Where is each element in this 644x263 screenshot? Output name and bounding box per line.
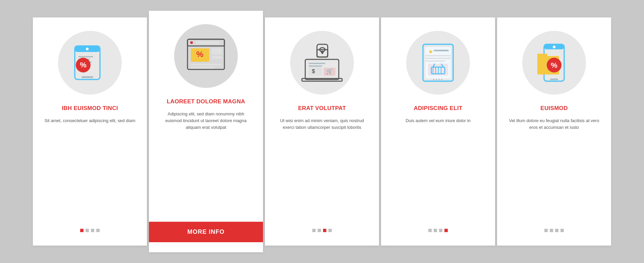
- svg-rect-50: [537, 54, 547, 58]
- dot-1-4: [96, 229, 100, 232]
- svg-rect-36: [425, 55, 451, 56]
- dot-3-2: [318, 229, 321, 232]
- dot-1-2: [86, 229, 89, 232]
- card-5-dots: [544, 229, 564, 232]
- laptop-shield-icon: $ 🛒: [300, 41, 344, 85]
- svg-point-48: [553, 46, 555, 48]
- dot-5-4: [560, 229, 564, 232]
- svg-rect-3: [78, 56, 93, 57]
- card-4-icon-circle: ★: [406, 31, 470, 95]
- card-5-description: Vel illum dolore eu feugiat nulla facili…: [507, 117, 601, 219]
- dot-4-2: [434, 229, 437, 232]
- dot-3-4: [328, 229, 332, 232]
- card-2-icon-circle: %: [174, 24, 238, 88]
- more-info-button[interactable]: MORE INFO: [149, 222, 263, 242]
- svg-text:%: %: [80, 61, 87, 69]
- card-3: $ 🛒 ERAT VOLUTPAT Ut wisi enim ad minim …: [265, 17, 379, 246]
- svg-rect-31: [322, 52, 323, 54]
- svg-rect-8: [82, 76, 93, 78]
- card-3-description: Ut wisi enim ad minim veniam, quis nostr…: [275, 117, 369, 219]
- card-2-description: Adipiscing elit, sed diam nonummy nibh e…: [159, 111, 253, 215]
- dot-1-1: [80, 229, 84, 232]
- card-4: ★ ADIPISCING ELIT Duis autem vel eum: [381, 17, 495, 246]
- card-3-dots: [312, 229, 332, 232]
- dot-3-3: [323, 229, 326, 232]
- card-3-icon-circle: $ 🛒: [290, 31, 354, 95]
- browser-coupon-icon: %: [184, 34, 228, 78]
- svg-rect-53: [550, 78, 558, 80]
- svg-point-11: [190, 41, 193, 44]
- svg-rect-23: [309, 68, 322, 76]
- card-5-title: EUISMOD: [540, 105, 568, 112]
- svg-text:%: %: [196, 50, 203, 59]
- dot-4-3: [439, 229, 442, 232]
- card-4-title: ADIPISCING ELIT: [414, 105, 462, 112]
- svg-rect-22: [309, 65, 322, 67]
- dot-3-1: [312, 229, 316, 232]
- svg-rect-35: [434, 50, 449, 51]
- svg-rect-15: [212, 48, 222, 54]
- card-2-title: LAOREET DOLORE MAGNA: [167, 98, 245, 105]
- card-5: % EUISMOD Vel illum dolore eu feugiat nu…: [497, 17, 611, 246]
- svg-rect-17: [191, 64, 221, 65]
- svg-rect-12: [196, 41, 219, 44]
- tablet-list-icon: ★: [416, 41, 460, 85]
- svg-rect-37: [425, 58, 451, 59]
- card-1-icon-circle: %: [58, 31, 122, 95]
- phone-coupon-icon: %: [68, 41, 112, 85]
- svg-point-2: [86, 48, 89, 50]
- cards-container: % IBH EUISMOD TINCI Sit amet, consectetu…: [26, 4, 618, 259]
- card-5-icon-circle: %: [522, 31, 586, 95]
- dot-5-2: [550, 229, 553, 232]
- card-1-description: Sit amet, consectetuer adipiscing elit, …: [45, 117, 136, 219]
- card-1-title: IBH EUISMOD TINCI: [62, 105, 118, 112]
- card-2: % LAOREET DOLORE MAGNA Adipiscing elit, …: [149, 11, 263, 252]
- dot-4-4: [444, 229, 448, 232]
- card-1: % IBH EUISMOD TINCI Sit amet, consectetu…: [33, 17, 147, 246]
- card-4-dots: [428, 229, 448, 232]
- dot-5-1: [544, 229, 548, 232]
- dot-1-3: [91, 229, 94, 232]
- svg-text:$: $: [312, 68, 315, 74]
- svg-rect-16: [212, 56, 222, 59]
- card-4-description: Duis autem vel eum iriure dolor in: [406, 117, 471, 219]
- svg-text:%: %: [551, 61, 557, 69]
- phone-folder-icon: %: [532, 41, 576, 85]
- svg-text:★: ★: [428, 48, 433, 55]
- card-1-dots: [80, 229, 100, 232]
- svg-rect-21: [309, 63, 325, 64]
- card-3-title: ERAT VOLUTPAT: [298, 105, 346, 112]
- svg-text:🛒: 🛒: [326, 68, 333, 74]
- dot-5-3: [555, 229, 558, 232]
- svg-rect-18: [191, 67, 214, 68]
- dot-4-1: [428, 229, 432, 232]
- svg-rect-38: [425, 60, 445, 62]
